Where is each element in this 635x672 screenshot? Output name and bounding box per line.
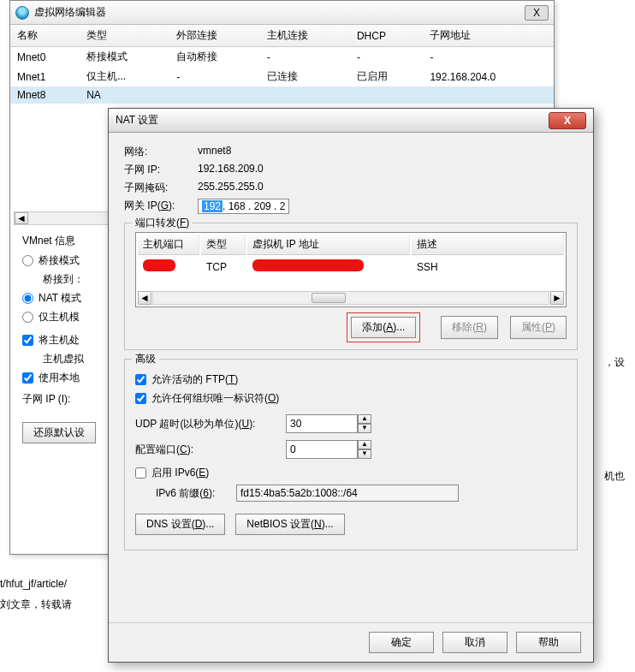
advanced-group: 高级 允许活动的 FTP(T) 允许任何组织唯一标识符(O) UDP 超时(以秒… <box>124 359 578 550</box>
nat-mode-radio[interactable] <box>22 293 33 304</box>
col-host[interactable]: 主机连接 <box>260 25 350 47</box>
cell: - <box>423 47 554 68</box>
spinner-down-icon[interactable]: ▼ <box>358 449 371 459</box>
mask-label: 子网掩码: <box>124 181 193 195</box>
scroll-left-icon[interactable]: ◄ <box>15 212 28 224</box>
nat-mode-label: NAT 模式 <box>39 291 81 306</box>
subnet-ip-label: 子网 IP (I): <box>22 392 70 407</box>
table-row[interactable]: Mnet0 桥接模式 自动桥接 - - - <box>10 47 554 68</box>
col-type[interactable]: 类型 <box>80 25 169 47</box>
gateway-rest[interactable]: . 168 . 209 . 2 <box>223 200 285 212</box>
restore-defaults-button[interactable]: 还原默认设 <box>22 422 96 443</box>
h-scrollbar[interactable]: ◄ ► <box>138 291 564 305</box>
advanced-legend: 高级 <box>132 352 159 366</box>
cell: - <box>169 67 259 86</box>
add-button-highlight: 添加(A)... <box>347 312 420 342</box>
add-button[interactable]: 添加(A)... <box>351 317 416 338</box>
table-row[interactable]: TCP SSH <box>138 257 564 277</box>
allow-org-label: 允许任何组织唯一标识符(O) <box>151 391 279 406</box>
allow-ftp-label: 允许活动的 FTP(T) <box>151 372 238 387</box>
table-row[interactable]: Mnet1 仅主机... - 已连接 已启用 192.168.204.0 <box>10 67 554 86</box>
spinner-up-icon[interactable]: ▲ <box>358 440 371 449</box>
spinner-up-icon[interactable]: ▲ <box>358 414 371 424</box>
col-type[interactable]: 类型 <box>201 235 246 255</box>
network-table[interactable]: 名称 类型 外部连接 主机连接 DHCP 子网地址 Mnet0 桥接模式 自动桥… <box>10 25 554 104</box>
scroll-thumb[interactable] <box>312 293 346 303</box>
bg-text: t/hfut_jf/article/ <box>0 578 67 590</box>
spinner-down-icon[interactable]: ▼ <box>358 424 371 433</box>
ipv6-prefix-input[interactable] <box>236 485 459 502</box>
cell: Mnet0 <box>10 47 80 68</box>
network-value: vmnet8 <box>198 145 578 159</box>
bridge-mode-label: 桥接模式 <box>39 253 80 268</box>
udp-timeout-input[interactable] <box>286 414 358 433</box>
ok-button[interactable]: 确定 <box>369 632 434 653</box>
config-port-input[interactable] <box>286 440 358 459</box>
subnet-value: 192.168.209.0 <box>198 163 578 177</box>
bridge-mode-radio[interactable] <box>22 255 33 266</box>
bridge-to-label: 桥接到： <box>43 272 84 287</box>
bg-text: 刘文章，转载请 <box>0 598 72 612</box>
enable-ipv6-checkbox[interactable] <box>135 467 146 479</box>
close-button[interactable]: X <box>549 112 586 129</box>
use-local-label: 使用本地 <box>39 371 80 385</box>
bg-text: ，设 <box>604 355 625 370</box>
dialog-footer: 确定 取消 帮助 <box>109 622 593 662</box>
port-forwarding-legend: 端口转发(F) <box>132 216 193 230</box>
cell: - <box>260 47 350 68</box>
gateway-octet1[interactable]: 192 <box>202 200 223 212</box>
cell: 自动桥接 <box>169 47 259 68</box>
col-vm-ip[interactable]: 虚拟机 IP 地址 <box>247 235 410 255</box>
nat-settings-window: NAT 设置 X 网络: vmnet8 子网 IP: 192.168.209.0… <box>108 108 594 663</box>
col-host-port[interactable]: 主机端口 <box>138 235 199 255</box>
mask-value: 255.255.255.0 <box>198 181 578 195</box>
remove-button[interactable]: 移除(R) <box>441 316 498 339</box>
cell: 仅主机... <box>80 67 169 86</box>
cell: Mnet8 <box>10 86 80 104</box>
col-name[interactable]: 名称 <box>10 25 80 47</box>
cell: 桥接模式 <box>80 47 169 68</box>
title-bar[interactable]: NAT 设置 X <box>109 109 593 133</box>
allow-org-checkbox[interactable] <box>135 393 146 404</box>
ipv6-prefix-label: IPv6 前缀(6): <box>156 486 231 501</box>
globe-icon <box>15 6 29 20</box>
gateway-ip-input[interactable]: 192 . 168 . 209 . 2 <box>198 199 289 214</box>
host-only-label: 仅主机模 <box>39 310 80 324</box>
port-forward-table[interactable]: 主机端口 类型 虚拟机 IP 地址 描述 TCP SSH <box>136 233 566 278</box>
properties-button[interactable]: 属性(P) <box>510 316 567 339</box>
col-desc[interactable]: 描述 <box>412 235 564 255</box>
host-vnic-label: 主机虚拟 <box>43 352 84 366</box>
col-ext[interactable]: 外部连接 <box>169 25 259 47</box>
gateway-label: 网关 IP(G): <box>124 199 193 214</box>
bg-text: 机也 <box>604 469 625 484</box>
cell: 已连接 <box>260 67 350 86</box>
use-local-checkbox[interactable] <box>22 372 33 384</box>
window-title: 虚拟网络编辑器 <box>34 5 519 20</box>
host-only-radio[interactable] <box>22 312 33 323</box>
netbios-settings-button[interactable]: NetBIOS 设置(N)... <box>235 514 344 535</box>
enable-ipv6-label: 启用 IPv6(E) <box>151 466 209 480</box>
col-dhcp[interactable]: DHCP <box>350 25 424 47</box>
cell: 已启用 <box>350 67 424 86</box>
title-bar[interactable]: 虚拟网络编辑器 X <box>10 1 554 25</box>
redacted-host-port <box>143 259 175 271</box>
cell: Mnet1 <box>10 67 80 86</box>
port-forwarding-group: 端口转发(F) 主机端口 类型 虚拟机 IP 地址 描述 TCP SSH <box>124 223 578 350</box>
allow-ftp-checkbox[interactable] <box>135 374 146 385</box>
subnet-label: 子网 IP: <box>124 163 193 177</box>
config-port-label: 配置端口(C): <box>135 443 281 457</box>
dns-settings-button[interactable]: DNS 设置(D)... <box>135 514 225 535</box>
close-button[interactable]: X <box>525 5 549 21</box>
help-button[interactable]: 帮助 <box>516 632 581 653</box>
scroll-left-icon[interactable]: ◄ <box>138 291 151 305</box>
table-row-selected[interactable]: Mnet8 NA <box>10 86 554 104</box>
host-connect-label: 将主机处 <box>39 333 80 348</box>
udp-timeout-label: UDP 超时(以秒为单位)(U): <box>135 417 281 431</box>
host-connect-checkbox[interactable] <box>22 335 33 346</box>
cell-type: TCP <box>201 257 246 277</box>
cancel-button[interactable]: 取消 <box>442 632 507 653</box>
window-title: NAT 设置 <box>116 113 549 128</box>
col-subnet[interactable]: 子网地址 <box>423 25 554 47</box>
scroll-right-icon[interactable]: ► <box>550 291 564 305</box>
network-label: 网络: <box>124 145 193 159</box>
